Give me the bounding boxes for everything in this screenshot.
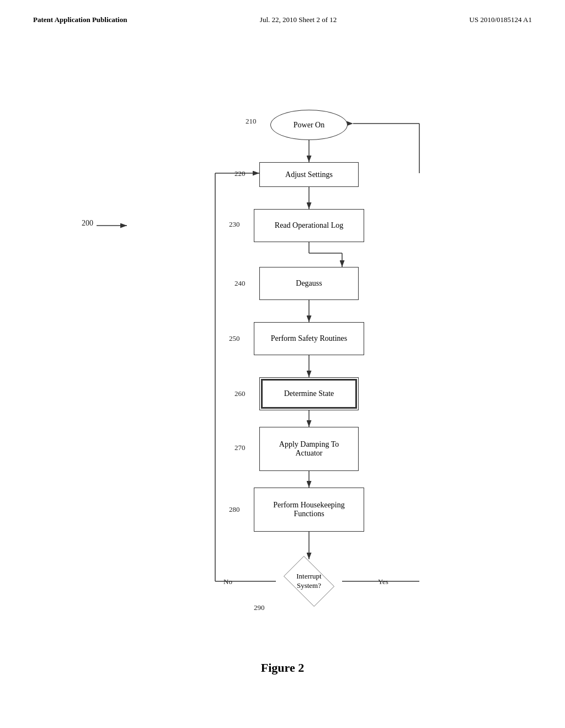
label-260: 260 xyxy=(234,389,246,398)
node-260-text: Determine State xyxy=(284,389,334,398)
header-left: Patent Application Publication xyxy=(33,15,127,24)
label-220: 220 xyxy=(234,169,246,178)
node-290-text: InterruptSystem? xyxy=(296,572,321,591)
label-280: 280 xyxy=(229,505,240,514)
label-200: 200 xyxy=(82,219,93,228)
label-250: 250 xyxy=(229,334,240,343)
label-230: 230 xyxy=(229,220,240,229)
node-290: InterruptSystem? xyxy=(276,559,342,603)
node-230-text: Read Operational Log xyxy=(275,221,343,230)
figure-caption: Figure 2 xyxy=(0,661,565,675)
node-250: Perform Safety Routines xyxy=(254,322,364,355)
node-210-text: Power On xyxy=(294,121,324,130)
header-center: Jul. 22, 2010 Sheet 2 of 12 xyxy=(260,15,337,24)
node-210: Power On xyxy=(270,110,348,140)
node-260: Determine State xyxy=(259,377,359,410)
node-280: Perform Housekeeping Functions xyxy=(254,488,364,532)
node-220: Adjust Settings xyxy=(259,162,359,187)
header-right: US 2010/0185124 A1 xyxy=(470,15,532,24)
label-240: 240 xyxy=(234,279,246,288)
yes-label: Yes xyxy=(378,577,388,586)
node-220-text: Adjust Settings xyxy=(285,170,333,179)
node-270: Apply Damping To Actuator xyxy=(259,427,359,471)
label-290: 290 xyxy=(254,603,265,612)
node-240-text: Degauss xyxy=(296,279,322,288)
page-header: Patent Application Publication Jul. 22, … xyxy=(0,0,565,24)
node-240: Degauss xyxy=(259,267,359,300)
no-label: No xyxy=(223,577,232,586)
node-270-text: Apply Damping To Actuator xyxy=(279,440,339,458)
label-270: 270 xyxy=(234,443,246,452)
node-250-text: Perform Safety Routines xyxy=(271,334,347,343)
label-210: 210 xyxy=(246,117,257,126)
node-280-text: Perform Housekeeping Functions xyxy=(273,501,344,518)
flowchart-diagram: Power On 210 Adjust Settings 220 Read Op… xyxy=(0,30,565,681)
node-230: Read Operational Log xyxy=(254,209,364,242)
